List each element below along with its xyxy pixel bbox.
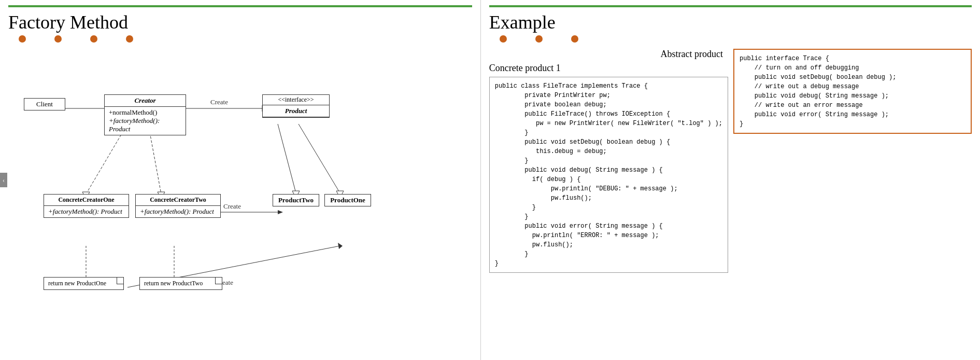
product-two-title: ProductTwo xyxy=(273,195,319,206)
example-layout: Abstract product Concrete product 1 publ… xyxy=(489,49,972,273)
creator-box: Creator +normalMethod() +factoryMethod()… xyxy=(104,94,186,135)
note-product-two-text: return new ProductTwo xyxy=(144,280,203,287)
right-panel-title: Example xyxy=(489,11,972,33)
svg-text:Create: Create xyxy=(223,202,241,210)
dot-r2 xyxy=(535,35,543,43)
dot-1 xyxy=(19,35,26,43)
example-left-section: Abstract product Concrete product 1 publ… xyxy=(489,49,728,273)
abstract-product-label: Abstract product xyxy=(489,49,728,60)
creator-title: Creator xyxy=(105,95,186,107)
svg-text:Create: Create xyxy=(210,98,228,106)
dot-4 xyxy=(126,35,133,43)
dot-r1 xyxy=(500,35,507,43)
dot-r3 xyxy=(571,35,578,43)
product-one-box: ProductOne xyxy=(324,194,371,206)
dots-row-left xyxy=(8,35,472,43)
class-code-box: public class FileTrace implements Trace … xyxy=(489,77,728,273)
concrete-creator-one-method: +factoryMethod(): Product xyxy=(44,206,129,217)
left-panel-title: Factory Method xyxy=(8,11,472,33)
left-panel: ‹ Factory Method Create xyxy=(0,0,481,360)
creator-methods: +normalMethod() +factoryMethod(): Produc… xyxy=(105,107,186,135)
green-bar-left xyxy=(8,5,472,7)
dot-3 xyxy=(90,35,97,43)
uml-diagram: Create Create Create xyxy=(8,49,472,339)
creator-method-2: +factoryMethod(): Product xyxy=(109,117,181,133)
product-title: Product xyxy=(263,105,329,117)
note-product-one-text: return new ProductOne xyxy=(48,280,106,287)
concrete-creator-one-title: ConcreteCreatorOne xyxy=(44,195,129,206)
note-product-one: return new ProductOne xyxy=(44,277,124,290)
concrete-creator-two-method: +factoryMethod(): Product xyxy=(136,206,220,217)
dots-row-right xyxy=(489,35,972,43)
concrete-creator-two-title: ConcreteCreatorTwo xyxy=(136,195,220,206)
svg-line-11 xyxy=(299,124,340,193)
concrete-creator-two-box: ConcreteCreatorTwo +factoryMethod(): Pro… xyxy=(135,194,221,218)
concrete-product-label: Concrete product 1 xyxy=(489,63,728,74)
svg-line-9 xyxy=(278,124,296,193)
interface-section: public interface Trace { // turn on and … xyxy=(733,49,972,273)
right-panel: Example Abstract product Concrete produc… xyxy=(481,0,980,360)
note-product-two: return new ProductTwo xyxy=(139,277,222,290)
product-two-box: ProductTwo xyxy=(273,194,319,206)
product-one-title: ProductOne xyxy=(325,195,371,206)
product-stereotype: <<interface>> xyxy=(263,95,329,105)
product-box: <<interface>> Product xyxy=(262,94,330,118)
client-box: Client xyxy=(24,98,65,110)
dot-2 xyxy=(54,35,62,43)
svg-marker-14 xyxy=(278,210,283,214)
creator-method-1: +normalMethod() xyxy=(109,108,181,117)
concrete-creator-one-box: ConcreteCreatorOne +factoryMethod(): Pro… xyxy=(44,194,129,218)
green-bar-right xyxy=(489,5,972,7)
interface-code-box: public interface Trace { // turn on and … xyxy=(733,49,972,134)
client-label: Client xyxy=(24,99,65,110)
svg-marker-19 xyxy=(338,243,343,249)
left-nav-arrow[interactable]: ‹ xyxy=(0,173,7,187)
